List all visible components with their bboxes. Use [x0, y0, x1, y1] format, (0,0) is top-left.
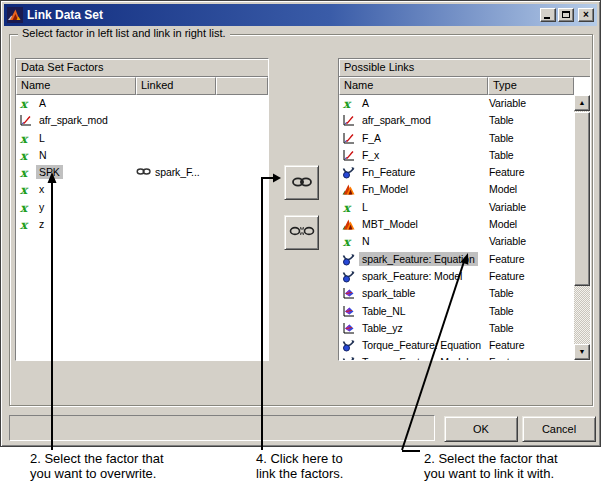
data-set-factors-column-headers: Name Linked	[16, 77, 268, 95]
item-name: Torque_Feature: Equation	[359, 338, 484, 352]
groupbox-label: Select factor in left list and link in r…	[18, 27, 230, 39]
item-name: afr_spark_mod	[36, 113, 111, 127]
minimize-button[interactable]	[540, 8, 556, 22]
svg-text:x: x	[20, 97, 29, 110]
linked-cell: spark_F...	[136, 165, 200, 179]
list-item[interactable]: xNVariable	[339, 233, 574, 250]
item-name: spark_Feature: Model	[359, 269, 465, 283]
column-header-name[interactable]: Name	[16, 77, 136, 95]
variable-icon: x	[342, 235, 357, 248]
column-header-linked[interactable]: Linked	[136, 77, 216, 95]
possible-links-body: Name Type xAVariableafr_spark_modTableF_…	[339, 77, 590, 360]
column-header-type[interactable]: Type	[488, 77, 574, 95]
item-name: F_A	[359, 131, 384, 145]
list-item[interactable]: afr_spark_mod	[16, 112, 268, 129]
surface-icon	[342, 287, 357, 300]
item-type: Table	[489, 321, 514, 335]
item-name: A	[36, 96, 49, 110]
cancel-button[interactable]: Cancel	[522, 416, 596, 442]
variable-icon: x	[19, 183, 34, 196]
data-set-factors-body: Name Linked xAafr_spark_modxLxNxSPKspark…	[16, 77, 268, 360]
item-name: Fn_Model	[359, 182, 411, 196]
variable-icon: x	[19, 97, 34, 110]
data-set-factors-title: Data Set Factors	[16, 59, 268, 77]
list-item[interactable]: spark_tableTable	[339, 285, 574, 302]
vertical-scrollbar[interactable]: ▲ ▼	[574, 95, 590, 360]
data-set-factors-panel: Data Set Factors Name Linked xAafr_spark…	[15, 58, 269, 361]
annotation-line: you want to link it with.	[424, 466, 558, 481]
svg-text:x: x	[20, 132, 29, 145]
list-item[interactable]: MBT_ModelModel	[339, 216, 574, 233]
unlink-button[interactable]	[284, 215, 319, 250]
column-header-empty[interactable]	[216, 77, 268, 95]
list-item[interactable]: Table_NLTable	[339, 303, 574, 320]
matlab-app-icon	[7, 7, 23, 23]
list-item[interactable]: xx	[16, 181, 268, 198]
chain-unlink-icon	[289, 224, 315, 242]
list-item[interactable]: xy	[16, 199, 268, 216]
item-name: SPK	[36, 165, 63, 179]
chain-link-icon	[291, 174, 313, 192]
item-name: x	[36, 182, 47, 196]
ok-button[interactable]: OK	[444, 416, 518, 442]
item-type: Model	[489, 217, 517, 231]
item-type: Table	[489, 286, 514, 300]
feature-icon	[342, 253, 357, 266]
link-data-set-dialog: Link Data Set × Select factor in left li…	[0, 0, 601, 447]
svg-text:x: x	[20, 166, 29, 179]
list-item[interactable]: afr_spark_modTable	[339, 112, 574, 129]
annotation-click-link: 4. Click here to link the factors.	[256, 451, 343, 481]
variable-icon: x	[19, 166, 34, 179]
list-item[interactable]: F_xTable	[339, 147, 574, 164]
item-name: z	[36, 217, 47, 231]
model-icon	[342, 218, 357, 231]
svg-text:x: x	[343, 97, 352, 110]
annotation-line: 4. Click here to	[256, 451, 343, 466]
column-header-name[interactable]: Name	[339, 77, 488, 95]
list-item[interactable]: xLVariable	[339, 199, 574, 216]
feature-icon	[342, 270, 357, 283]
close-button[interactable]: ×	[578, 8, 594, 22]
item-name: MBT_Model	[359, 217, 421, 231]
list-item[interactable]: F_ATable	[339, 130, 574, 147]
list-item[interactable]: xL	[16, 130, 268, 147]
item-name: F_x	[359, 148, 382, 162]
list-item[interactable]: xz	[16, 216, 268, 233]
link-button[interactable]	[284, 165, 319, 200]
item-type: Table	[489, 131, 514, 145]
svg-text:x: x	[20, 183, 29, 196]
item-name: Table_NL	[359, 304, 409, 318]
annotation-line: 2. Select the factor that	[30, 451, 164, 466]
item-type: Variable	[489, 96, 526, 110]
annotation-link-with: 2. Select the factor that you want to li…	[424, 451, 558, 481]
scroll-up-button[interactable]: ▲	[574, 95, 590, 111]
list-item[interactable]: Torque_Feature: EquationFeature	[339, 337, 574, 354]
item-name: Fn_Feature	[359, 165, 418, 179]
svg-text:x: x	[343, 235, 352, 248]
table-icon	[19, 114, 34, 127]
svg-text:x: x	[20, 218, 29, 231]
variable-icon: x	[342, 97, 357, 110]
list-item[interactable]: Fn_FeatureFeature	[339, 164, 574, 181]
surface-icon	[342, 305, 357, 318]
data-set-factors-list: xAafr_spark_modxLxNxSPKspark_F...xxxyxz	[16, 95, 268, 360]
scroll-down-button[interactable]: ▼	[574, 344, 590, 360]
variable-icon: x	[19, 149, 34, 162]
feature-icon	[342, 356, 357, 360]
scrollbar-thumb[interactable]	[574, 112, 590, 286]
list-item[interactable]: xN	[16, 147, 268, 164]
list-item[interactable]: spark_Feature: EquationFeature	[339, 251, 574, 268]
item-type: Feature	[489, 338, 525, 352]
list-item[interactable]: Fn_ModelModel	[339, 181, 574, 198]
maximize-button[interactable]	[558, 8, 574, 22]
list-item[interactable]: Torque_Feature: ModelFeature	[339, 354, 574, 360]
list-item[interactable]: xA	[16, 95, 268, 112]
list-item[interactable]: spark_Feature: ModelFeature	[339, 268, 574, 285]
list-item[interactable]: Table_yzTable	[339, 320, 574, 337]
item-name: spark_Feature: Equation	[359, 252, 478, 266]
possible-links-title: Possible Links	[339, 59, 590, 77]
item-type: Feature	[489, 165, 525, 179]
list-item[interactable]: xAVariable	[339, 95, 574, 112]
list-item[interactable]: xSPKspark_F...	[16, 164, 268, 181]
item-name: N	[36, 148, 49, 162]
